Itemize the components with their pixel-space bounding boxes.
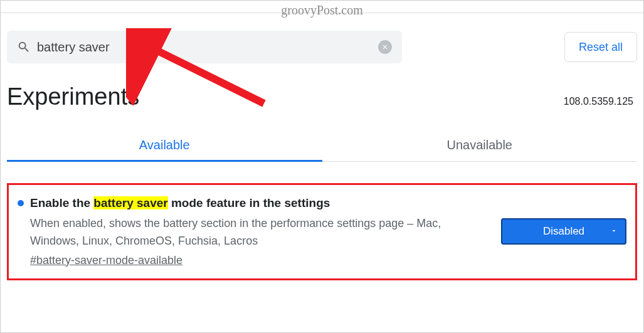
flag-title-highlight: battery saver [93, 196, 167, 209]
flag-state-select[interactable]: Disabled [501, 218, 626, 245]
top-divider [1, 1, 643, 13]
tab-available[interactable]: Available [7, 129, 322, 161]
flag-state-value: Disabled [543, 225, 584, 238]
search-box[interactable] [7, 31, 402, 63]
search-input[interactable] [31, 40, 378, 55]
flag-title-post: mode feature in the settings [168, 196, 330, 209]
reset-all-button[interactable]: Reset all [564, 32, 637, 62]
tabs: Available Unavailable [7, 129, 637, 162]
flag-row: Enable the battery saver mode feature in… [7, 183, 637, 280]
flag-description: When enabled, shows the battery section … [18, 215, 488, 250]
clear-search-button[interactable] [378, 40, 392, 54]
tab-unavailable[interactable]: Unavailable [322, 129, 638, 161]
version-text: 108.0.5359.125 [564, 96, 637, 108]
search-icon [17, 40, 31, 54]
chevron-down-icon [610, 225, 618, 238]
modified-dot-icon [18, 200, 24, 206]
close-icon [381, 43, 389, 51]
flag-title: Enable the battery saver mode feature in… [18, 196, 488, 210]
flag-hash-link[interactable]: #battery-saver-mode-available [18, 254, 182, 267]
page-title: Experiments [7, 83, 139, 110]
flag-title-pre: Enable the [30, 196, 93, 209]
